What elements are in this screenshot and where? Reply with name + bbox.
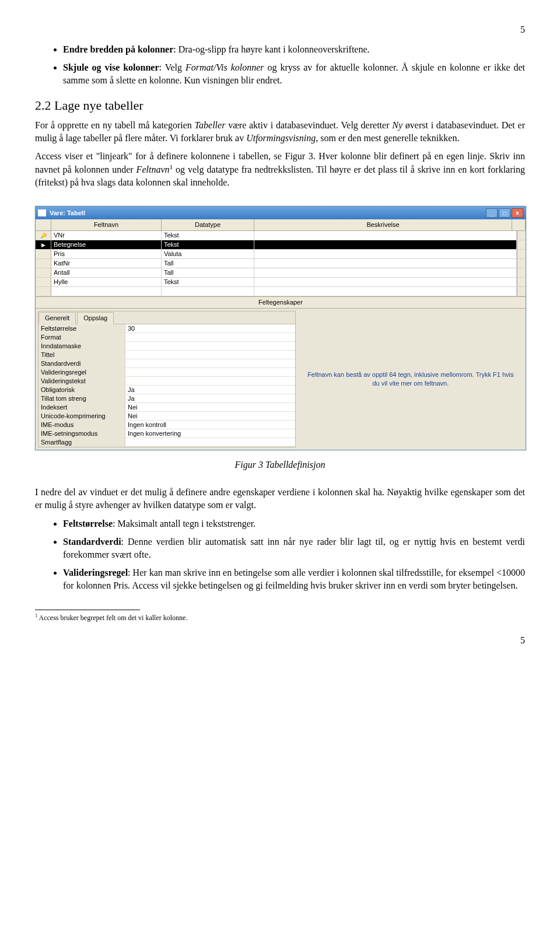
table-row[interactable]: 🔑VNrTekst: [36, 231, 526, 240]
cell-datatype[interactable]: Tekst: [162, 231, 254, 240]
row-selector[interactable]: [36, 259, 51, 268]
bullet-text: : Dra-og-slipp fra høyre kant i kolonneo…: [173, 44, 369, 54]
table-row[interactable]: [36, 287, 526, 296]
cell-feltnavn[interactable]: [51, 287, 162, 296]
column-header-beskrivelse[interactable]: Beskrivelse: [254, 219, 512, 230]
cell-datatype[interactable]: [162, 287, 254, 296]
property-label: Tillat tom streng: [38, 394, 125, 403]
row-selector[interactable]: ▶: [36, 240, 51, 249]
cell-feltnavn[interactable]: Betegnelse: [51, 240, 162, 249]
table-row[interactable]: HylleTekst: [36, 278, 526, 287]
row-selector[interactable]: [36, 250, 51, 258]
property-label: Valideringstekst: [38, 377, 125, 386]
property-label: Standardverdi: [38, 359, 125, 368]
tab-oppslag[interactable]: Oppslag: [77, 312, 114, 324]
bullet-item: Standardverdi: Denne verdien blir automa…: [63, 536, 525, 561]
maximize-button[interactable]: □: [499, 208, 510, 218]
row-selector[interactable]: [36, 287, 51, 296]
property-value[interactable]: [125, 351, 295, 359]
row-selector[interactable]: 🔑: [36, 231, 51, 240]
property-label: Inndatamaske: [38, 342, 125, 351]
property-label: Smartflagg: [38, 438, 125, 447]
column-header-feltnavn[interactable]: Feltnavn: [51, 219, 162, 230]
property-value[interactable]: Ingen kontroll: [125, 421, 295, 429]
bullet-text: : Velg: [159, 62, 186, 72]
scrollbar-track[interactable]: [517, 278, 526, 286]
table-row[interactable]: ▶BetegnelseTekst: [36, 240, 526, 250]
window-titlebar: Vare: Tabell _ □ ×: [36, 206, 526, 219]
page-number-bottom: 5: [35, 634, 525, 647]
property-row: Smartflagg: [38, 438, 295, 447]
cell-datatype[interactable]: Tekst: [162, 278, 254, 286]
cell-datatype[interactable]: Tekst: [162, 240, 254, 249]
footnote-text: Access bruker begrepet felt om det vi ka…: [37, 614, 187, 622]
property-value[interactable]: [125, 342, 295, 351]
cell-beskrivelse[interactable]: [254, 240, 517, 249]
property-row: Unicode-komprimeringNei: [38, 412, 295, 421]
row-selector-header: [36, 219, 51, 230]
column-header-datatype[interactable]: Datatype: [162, 219, 254, 230]
row-selector[interactable]: [36, 278, 51, 286]
scrollbar-track[interactable]: [517, 268, 526, 277]
close-button[interactable]: ×: [512, 208, 523, 218]
cell-feltnavn[interactable]: KatNr: [51, 259, 162, 268]
cell-feltnavn[interactable]: VNr: [51, 231, 162, 240]
cell-datatype[interactable]: Tall: [162, 268, 254, 277]
property-label: IME-setningsmodus: [38, 429, 125, 438]
property-row: IME-setningsmodusIngen konvertering: [38, 429, 295, 438]
property-value[interactable]: Ja: [125, 386, 295, 394]
bullet-item: Skjule og vise kolonner: Velg Format/Vis…: [63, 61, 525, 86]
property-value[interactable]: [125, 377, 295, 386]
property-value[interactable]: Nei: [125, 412, 295, 421]
bullet-item: Feltstørrelse: Maksimalt antall tegn i t…: [63, 517, 525, 530]
cell-beskrivelse[interactable]: [254, 268, 517, 277]
cell-feltnavn[interactable]: Pris: [51, 250, 162, 258]
property-row: Feltstørrelse30: [38, 324, 295, 333]
cell-beskrivelse[interactable]: [254, 278, 517, 286]
property-value[interactable]: Ingen konvertering: [125, 429, 295, 438]
section-heading: 2.2 Lage nye tabeller: [35, 97, 525, 114]
cell-feltnavn[interactable]: Hylle: [51, 278, 162, 286]
cell-datatype[interactable]: Tall: [162, 259, 254, 268]
properties-panel: Generelt Oppslag Feltstørrelse30FormatIn…: [38, 311, 296, 447]
bullet-text: : Her kan man skrive inn en betingelse s…: [63, 568, 525, 590]
window-buttons: _ □ ×: [486, 208, 523, 218]
table-row[interactable]: PrisValuta: [36, 250, 526, 259]
row-selector[interactable]: [36, 268, 51, 277]
property-value[interactable]: [125, 333, 295, 342]
property-row: Inndatamaske: [38, 342, 295, 351]
property-row: Format: [38, 333, 295, 342]
cell-beskrivelse[interactable]: [254, 287, 517, 296]
cell-feltnavn[interactable]: Antall: [51, 268, 162, 277]
property-value[interactable]: [125, 368, 295, 377]
table-row[interactable]: KatNrTall: [36, 259, 526, 268]
scrollbar-track[interactable]: [517, 231, 526, 240]
bullet-item: Valideringsregel: Her kan man skrive inn…: [63, 566, 525, 592]
property-value[interactable]: Ja: [125, 394, 295, 403]
bullet-italic: Format/Vis kolonner: [186, 62, 264, 72]
bullet-text: : Denne verdien blir automatisk satt inn…: [63, 537, 525, 559]
scrollbar-track[interactable]: [517, 259, 526, 268]
minimize-button[interactable]: _: [486, 208, 498, 218]
cell-beskrivelse[interactable]: [254, 231, 517, 240]
footnote: 1 Access bruker begrepet felt om det vi …: [35, 612, 525, 622]
cell-beskrivelse[interactable]: [254, 250, 517, 258]
cell-beskrivelse[interactable]: [254, 259, 517, 268]
scrollbar-track[interactable]: [517, 240, 526, 249]
scrollbar-track[interactable]: [517, 287, 526, 296]
tab-generelt[interactable]: Generelt: [38, 312, 76, 324]
scrollbar-track[interactable]: [517, 250, 526, 258]
property-row: IME-modusIngen kontroll: [38, 421, 295, 429]
cell-datatype[interactable]: Valuta: [162, 250, 254, 258]
property-row: Tittel: [38, 351, 295, 359]
property-value[interactable]: [125, 438, 295, 447]
bullet-text: : Maksimalt antall tegn i tekststrenger.: [113, 519, 256, 528]
property-value[interactable]: Nei: [125, 403, 295, 412]
property-value[interactable]: 30: [125, 324, 295, 333]
property-row: Valideringstekst: [38, 377, 295, 386]
table-row[interactable]: AntallTall: [36, 268, 526, 278]
property-label: Feltstørrelse: [38, 324, 125, 333]
property-label: Indeksert: [38, 403, 125, 412]
property-value[interactable]: [125, 359, 295, 368]
property-label: Format: [38, 333, 125, 342]
